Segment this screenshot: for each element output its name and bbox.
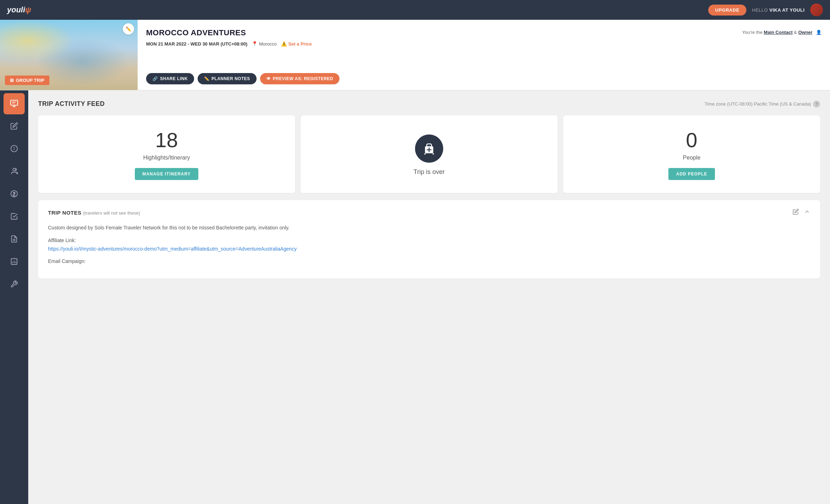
group-icon: ⊞: [10, 78, 14, 83]
activity-feed-icon: [10, 99, 18, 109]
hello-text: HELLO VIKA AT YOULI: [752, 7, 805, 13]
affiliate-url[interactable]: https://youli.io/t/mystic-adventures/mor…: [48, 246, 297, 252]
add-people-button[interactable]: ADD PEOPLE: [668, 168, 715, 180]
planner-notes-button[interactable]: ✏️ PLANNER NOTES: [198, 73, 257, 84]
trip-over-text: Trip is over: [414, 168, 445, 176]
avatar[interactable]: [810, 4, 823, 16]
pencil-icon: ✏️: [126, 26, 132, 32]
section-header: TRIP ACTIVITY FEED Time zone (UTC-08:00)…: [38, 100, 820, 108]
people-card: 0 People ADD PEOPLE: [563, 115, 820, 193]
edit-cover-button[interactable]: ✏️: [123, 23, 134, 35]
notes-email: Email Campaign:: [48, 257, 810, 266]
main-content: TRIP ACTIVITY FEED Time zone (UTC-08:00)…: [28, 90, 830, 504]
share-link-button[interactable]: 🔗 SHARE LINK: [146, 73, 194, 84]
notes-line1: Custom designed by Solo Female Traveler …: [48, 224, 810, 232]
trip-dates: MON 21 MAR 2022 - WED 30 MAR (UTC+08:00)…: [146, 41, 312, 47]
sidebar-item-pricing[interactable]: [4, 184, 25, 205]
date-range: MON 21 MAR 2022 - WED 30 MAR (UTC+08:00): [146, 41, 247, 47]
itinerary-label: Highlights/Itinerary: [143, 155, 190, 161]
svg-point-4: [13, 168, 15, 170]
logo-mark: ψ: [25, 5, 31, 14]
itinerary-card: 18 Highlights/Itinerary MANAGE ITINERARY: [38, 115, 295, 193]
manage-itinerary-button[interactable]: MANAGE ITINERARY: [135, 168, 199, 180]
edit-icon: [10, 122, 18, 131]
upgrade-button[interactable]: UPGRADE: [708, 5, 747, 16]
sidebar-item-tasks[interactable]: [4, 206, 25, 227]
tasks-icon: [10, 212, 18, 221]
people-icon: [10, 167, 18, 176]
sidebar-item-reports[interactable]: [4, 251, 25, 272]
sidebar-item-tools[interactable]: [4, 274, 25, 295]
sidebar-item-documents[interactable]: [4, 229, 25, 250]
set-price-link[interactable]: ⚠️ Set a Price: [281, 41, 312, 47]
info-icon: [10, 145, 18, 154]
main-contact-link[interactable]: Main Contact: [764, 30, 793, 35]
top-nav: youliψ UPGRADE HELLO VIKA AT YOULI: [0, 0, 830, 20]
cards-row: 18 Highlights/Itinerary MANAGE ITINERARY: [38, 115, 820, 193]
eye-icon: 👁: [266, 76, 271, 81]
username: VIKA AT YOULI: [769, 7, 805, 13]
trip-notes-title: TRIP NOTES: [48, 210, 82, 216]
trip-cover-image: ✏️ ⊞ GROUP TRIP: [0, 20, 138, 90]
sidebar-item-activity-feed[interactable]: [4, 93, 25, 114]
group-trip-badge: ⊞ GROUP TRIP: [5, 76, 49, 85]
reports-icon: [10, 258, 18, 266]
warning-icon: ⚠️: [281, 41, 287, 47]
notes-collapse-icon[interactable]: [804, 209, 810, 217]
main-layout: TRIP ACTIVITY FEED Time zone (UTC-08:00)…: [0, 90, 830, 504]
trip-header: ✏️ ⊞ GROUP TRIP MOROCCO ADVENTURES MON 2…: [0, 20, 830, 90]
trip-location: 📍 Morocco: [252, 41, 277, 47]
trip-notes-section: TRIP NOTES (travelers will not see these…: [38, 200, 820, 278]
people-count: 0: [686, 130, 697, 150]
help-icon[interactable]: ?: [813, 101, 820, 108]
trip-info-top: MOROCCO ADVENTURES MON 21 MAR 2022 - WED…: [146, 28, 822, 66]
document-icon: [10, 235, 18, 244]
tools-icon: [10, 280, 18, 289]
trip-info: MOROCCO ADVENTURES MON 21 MAR 2022 - WED…: [138, 20, 830, 90]
trip-actions: 🔗 SHARE LINK ✏️ PLANNER NOTES 👁 PREVIEW …: [146, 73, 822, 84]
avatar-image: [810, 4, 823, 16]
notes-content: Custom designed by Solo Female Traveler …: [48, 224, 810, 266]
sidebar-item-info[interactable]: [4, 138, 25, 160]
dollar-icon: [10, 190, 18, 199]
trip-notes-actions: [793, 209, 810, 217]
timezone-text: Time zone (UTC-08:00) Pacific Time (US &…: [704, 101, 811, 107]
timezone-info: Time zone (UTC-08:00) Pacific Time (US &…: [704, 101, 820, 108]
trip-notes-header: TRIP NOTES (travelers will not see these…: [48, 209, 810, 217]
sidebar: [0, 90, 28, 504]
app-logo: youliψ: [7, 5, 31, 14]
trip-status-card: Trip is over: [301, 115, 558, 193]
person-icon: 👤: [816, 30, 822, 35]
trip-meta-right: You're the Main Contact & Owner 👤: [742, 28, 822, 35]
owner-link[interactable]: Owner: [798, 30, 812, 35]
svg-rect-0: [11, 100, 18, 105]
section-title: TRIP ACTIVITY FEED: [38, 100, 105, 108]
sidebar-item-edit[interactable]: [4, 116, 25, 137]
sidebar-item-people[interactable]: [4, 161, 25, 182]
pin-icon: 📍: [252, 41, 258, 47]
notes-icon: ✏️: [204, 76, 210, 81]
trip-notes-title-area: TRIP NOTES (travelers will not see these…: [48, 210, 140, 216]
notes-affiliate: Affiliate Link: https://youli.io/t/mysti…: [48, 236, 810, 253]
notes-edit-icon[interactable]: [793, 209, 799, 217]
trip-notes-subtitle: (travelers will not see these): [83, 210, 140, 216]
luggage-icon-circle: [415, 134, 443, 163]
trip-title: MOROCCO ADVENTURES: [146, 28, 312, 37]
preview-button[interactable]: 👁 PREVIEW AS: REGISTERED: [260, 73, 340, 84]
email-campaign-label: Email Campaign:: [48, 258, 86, 264]
itinerary-count: 18: [155, 130, 178, 150]
share-icon: 🔗: [152, 76, 158, 81]
affiliate-label: Affiliate Link:: [48, 238, 76, 243]
nav-right: UPGRADE HELLO VIKA AT YOULI: [708, 4, 823, 16]
luggage-icon: [422, 142, 436, 156]
people-label: People: [683, 155, 700, 161]
